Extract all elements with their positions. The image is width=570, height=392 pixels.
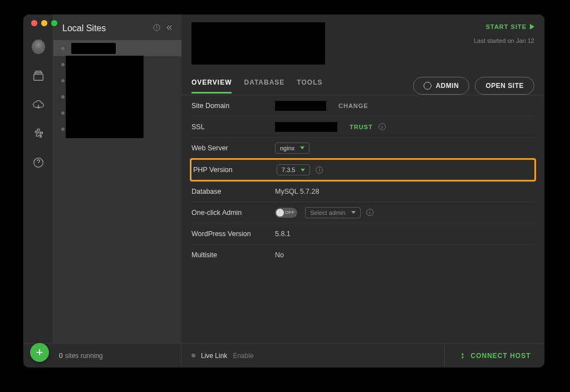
tab-database[interactable]: DATABASE (244, 79, 284, 94)
site-title-redacted (191, 22, 325, 65)
site-item[interactable] (53, 89, 181, 105)
info-icon[interactable]: i (379, 123, 386, 130)
row-one-click-admin: One-click Admin OFF Select admin i (191, 202, 534, 223)
help-icon[interactable] (32, 156, 45, 169)
overview-rows: Site Domain CHANGE SSL TRUST i Web Serve… (181, 95, 544, 266)
row-ssl: SSL TRUST i (191, 116, 534, 138)
site-item[interactable] (53, 105, 181, 121)
web-server-select[interactable]: nginx (275, 143, 309, 154)
chevron-down-icon (351, 211, 356, 214)
minimize-window-button[interactable] (41, 20, 47, 26)
open-site-button[interactable]: OPEN SITE (475, 77, 534, 95)
live-link-label: Live Link (201, 352, 227, 360)
ssl-value-redacted (275, 122, 337, 132)
info-icon[interactable]: i (316, 166, 323, 174)
domain-value-redacted (275, 101, 326, 111)
live-link-section: Live Link Enable (181, 352, 444, 360)
addons-icon[interactable] (32, 127, 45, 140)
connect-icon (459, 351, 466, 360)
site-item[interactable] (53, 40, 181, 56)
site-item[interactable] (53, 121, 181, 137)
recent-icon[interactable] (153, 23, 161, 33)
row-multisite: Multisite No (191, 244, 534, 266)
site-item[interactable] (53, 56, 181, 72)
connect-host-button[interactable]: CONNECT HOST (444, 344, 544, 367)
sites-icon[interactable] (32, 69, 45, 82)
chevron-down-icon (301, 169, 305, 171)
app-window: Local Sites (23, 14, 544, 367)
maximize-window-button[interactable] (51, 20, 57, 26)
footer-bar: 0sites running Live Link Enable CONNECT … (23, 343, 544, 367)
close-window-button[interactable] (31, 20, 37, 26)
status-dot-icon (191, 354, 195, 357)
wordpress-icon (424, 82, 431, 90)
play-icon (530, 24, 534, 30)
collapse-sidebar-icon[interactable] (165, 23, 174, 33)
chevron-down-icon (300, 146, 304, 149)
one-click-toggle[interactable]: OFF (275, 208, 297, 218)
trust-ssl-link[interactable]: TRUST (350, 124, 373, 130)
svg-rect-0 (33, 74, 43, 80)
cloud-icon[interactable] (32, 98, 45, 111)
site-detail: START SITE Last started on Jan 12 OVERVI… (181, 14, 544, 343)
start-site-button[interactable]: START SITE (486, 23, 534, 30)
window-controls (31, 20, 57, 26)
tab-tools[interactable]: TOOLS (297, 79, 322, 94)
site-item[interactable] (53, 72, 181, 89)
last-started-label: Last started on Jan 12 (325, 37, 534, 44)
row-wordpress-version: WordPress Version 5.8.1 (191, 223, 534, 244)
add-site-button[interactable]: + (30, 343, 49, 362)
row-database: Database MySQL 5.7.28 (191, 181, 534, 202)
change-domain-link[interactable]: CHANGE (338, 102, 368, 109)
tab-bar: OVERVIEW DATABASE TOOLS (191, 79, 322, 94)
site-list (53, 40, 181, 137)
tab-overview[interactable]: OVERVIEW (191, 79, 232, 94)
info-icon[interactable]: i (366, 209, 374, 216)
row-php-version: PHP Version 7.3.5 i (190, 158, 536, 182)
main-area: Local Sites (23, 14, 544, 343)
sidebar-title: Local Sites (62, 23, 148, 33)
php-version-select[interactable]: 7.3.5 (277, 164, 310, 175)
admin-button[interactable]: ADMIN (413, 77, 470, 95)
avatar-icon[interactable] (32, 40, 45, 53)
row-web-server: Web Server nginx (191, 138, 534, 159)
enable-live-link[interactable]: Enable (233, 352, 253, 360)
select-admin-dropdown[interactable]: Select admin (305, 207, 361, 218)
sites-sidebar: Local Sites (53, 14, 181, 343)
row-site-domain: Site Domain CHANGE (191, 95, 534, 116)
nav-rail (23, 14, 53, 343)
